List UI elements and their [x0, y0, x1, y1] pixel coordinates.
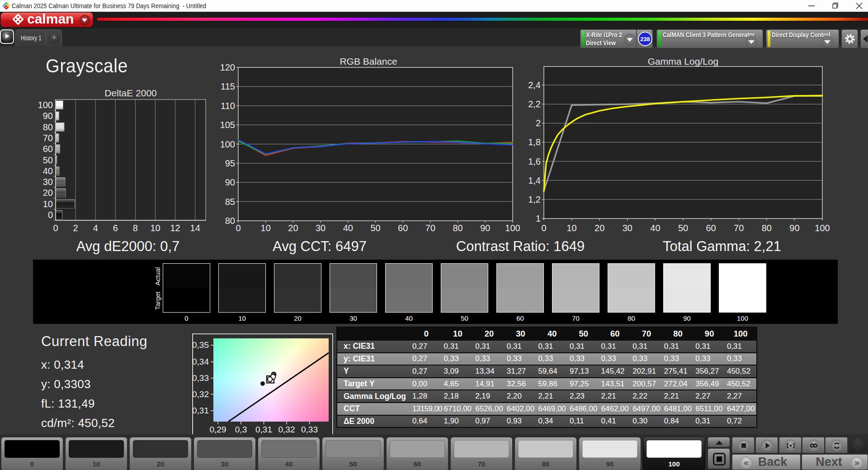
svg-text:10: 10	[43, 199, 53, 209]
svg-text:90: 90	[789, 223, 799, 233]
svg-text:10: 10	[566, 223, 576, 233]
svg-text:85: 85	[225, 197, 235, 207]
svg-text:60: 60	[706, 223, 716, 233]
svg-text:30: 30	[316, 223, 326, 233]
svg-text:30: 30	[43, 177, 53, 187]
svg-text:0: 0	[53, 223, 58, 233]
svg-text:100: 100	[815, 223, 830, 233]
svg-text:2: 2	[73, 223, 78, 233]
svg-text:4: 4	[93, 223, 98, 233]
svg-text:6: 6	[113, 223, 118, 233]
svg-text:20: 20	[594, 223, 604, 233]
svg-text:14: 14	[190, 223, 200, 233]
svg-text:40: 40	[650, 223, 660, 233]
svg-text:80: 80	[43, 122, 53, 132]
svg-text:1,6: 1,6	[528, 157, 541, 166]
svg-text:70: 70	[43, 133, 53, 143]
svg-text:80: 80	[225, 216, 235, 226]
svg-text:RGB Balance: RGB Balance	[340, 56, 397, 66]
svg-text:1: 1	[536, 214, 541, 223]
svg-text:50: 50	[370, 223, 380, 233]
svg-text:60: 60	[398, 223, 408, 233]
svg-text:100: 100	[38, 100, 53, 110]
svg-text:Gamma Log/Log: Gamma Log/Log	[648, 56, 718, 66]
svg-text:0: 0	[541, 223, 546, 233]
svg-text:1,4: 1,4	[528, 176, 541, 185]
svg-text:90: 90	[43, 111, 53, 121]
svg-text:30: 30	[623, 223, 632, 233]
svg-text:10: 10	[261, 223, 271, 233]
svg-text:60: 60	[43, 144, 53, 154]
svg-text:8: 8	[133, 223, 138, 233]
svg-text:20: 20	[43, 188, 53, 198]
svg-text:115: 115	[221, 81, 235, 91]
svg-text:70: 70	[425, 223, 435, 233]
svg-text:90: 90	[480, 223, 490, 233]
svg-text:2: 2	[536, 118, 541, 128]
svg-text:70: 70	[734, 223, 744, 233]
svg-text:0: 0	[236, 223, 241, 233]
svg-text:110: 110	[221, 101, 235, 111]
svg-text:40: 40	[43, 166, 53, 176]
svg-text:1,2: 1,2	[528, 195, 541, 204]
svg-text:80: 80	[762, 223, 772, 233]
svg-text:2,4: 2,4	[528, 80, 541, 90]
svg-text:2,2: 2,2	[528, 99, 541, 109]
svg-text:0: 0	[48, 210, 53, 220]
svg-text:10: 10	[150, 223, 160, 233]
svg-text:120: 120	[220, 62, 235, 72]
svg-text:105: 105	[220, 120, 235, 130]
svg-text:80: 80	[453, 223, 462, 233]
svg-text:100: 100	[220, 139, 235, 149]
svg-text:40: 40	[343, 223, 353, 233]
svg-text:50: 50	[43, 155, 53, 165]
svg-text:12: 12	[170, 223, 180, 233]
svg-text:1,8: 1,8	[528, 137, 541, 147]
svg-text:90: 90	[225, 177, 235, 187]
svg-text:20: 20	[288, 223, 298, 233]
svg-text:95: 95	[225, 158, 235, 168]
svg-text:50: 50	[678, 223, 688, 233]
svg-text:DeltaE 2000: DeltaE 2000	[104, 88, 157, 98]
svg-text:100: 100	[505, 223, 520, 233]
